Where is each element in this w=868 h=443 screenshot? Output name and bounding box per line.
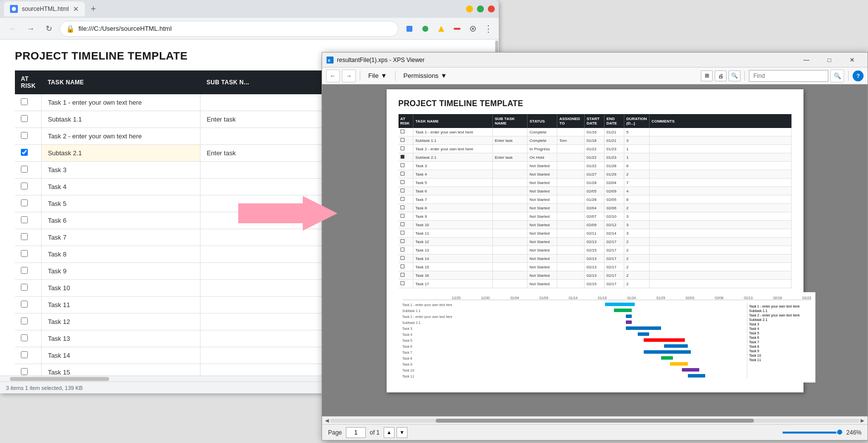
right-label: Subtask 1.1 xyxy=(749,309,809,313)
xps-start-cell: 01/18 xyxy=(585,136,604,145)
xps-status-cell: Not Started xyxy=(528,263,557,271)
xps-menubar: ← → File ▼ Permissions ▼ ⊞ 🖨 🔍 🔍 ? xyxy=(322,67,868,84)
xps-page-title: PROJECT TIMELINE TEMPLATE xyxy=(399,99,792,108)
xps-horizontal-scrollbar[interactable]: ◀ ▶ xyxy=(322,416,868,424)
xps-checkbox xyxy=(401,281,404,285)
at-risk-checkbox[interactable] xyxy=(21,267,28,274)
xps-task-name-cell: Task 10 xyxy=(413,221,493,229)
at-risk-checkbox[interactable] xyxy=(21,233,28,240)
minimize-button[interactable]: — xyxy=(466,5,473,12)
gantt-row-bar xyxy=(452,374,747,378)
at-risk-checkbox[interactable] xyxy=(21,368,28,375)
new-tab-button[interactable]: + xyxy=(91,4,96,14)
at-risk-checkbox[interactable] xyxy=(21,301,28,308)
browser-menu-button[interactable]: ⋮ xyxy=(484,23,493,34)
scroll-right-arrow[interactable]: ▶ xyxy=(860,418,866,423)
xps-status-cell: Complete xyxy=(528,128,557,136)
scrollbar-track[interactable] xyxy=(330,419,860,423)
xps-task-name-cell: Task 8 xyxy=(413,204,493,212)
back-button[interactable]: ← xyxy=(6,22,20,36)
xps-subtask-cell xyxy=(493,280,528,288)
scroll-left-arrow[interactable]: ◀ xyxy=(324,418,330,423)
xps-permissions-menu[interactable]: Permissions ▼ xyxy=(400,70,451,81)
xps-nav-forward-button[interactable]: → xyxy=(342,69,356,82)
xps-status-cell: Not Started xyxy=(528,212,557,221)
xps-status-cell: Not Started xyxy=(528,170,557,179)
xps-zoom-thumb[interactable] xyxy=(837,430,842,435)
xps-table-row: Task 15 Not Started 02/13 02/17 2 xyxy=(399,263,792,271)
xps-start-cell: 02/11 xyxy=(585,229,604,238)
file-menu-arrow: ▼ xyxy=(381,72,387,79)
xps-print-btn[interactable]: 🖨 xyxy=(715,70,727,81)
at-risk-cell xyxy=(15,263,42,280)
at-risk-checkbox[interactable] xyxy=(21,115,28,122)
xps-page-of: of 1 xyxy=(370,429,380,436)
ext-icon-5[interactable] xyxy=(466,22,480,36)
xps-minimize-button[interactable]: — xyxy=(795,53,818,67)
xps-at-risk-cell xyxy=(399,162,413,170)
xps-zoom-btn[interactable]: 🔍 xyxy=(729,70,740,81)
xps-status-cell: Complete xyxy=(528,136,557,145)
xps-checkbox xyxy=(401,222,404,226)
address-bar[interactable]: 🔒 file:///C:/Users/sourceHTML.html xyxy=(60,21,399,37)
task-name-cell: Task 3 xyxy=(42,162,200,179)
gantt-row-label: Subtask 2.1 xyxy=(402,321,452,324)
at-risk-checkbox[interactable] xyxy=(21,351,28,358)
at-risk-checkbox[interactable] xyxy=(21,98,28,105)
ext-icon-3[interactable] xyxy=(434,22,448,36)
xps-view-btn1[interactable]: ⊞ xyxy=(701,70,713,81)
xps-start-cell: 02/15 xyxy=(585,246,604,254)
gantt-row-bar xyxy=(452,309,747,313)
xps-find-button[interactable]: 🔍 xyxy=(830,69,844,82)
browser-tab[interactable]: sourceHTML.html ✕ xyxy=(4,1,85,16)
at-risk-checkbox[interactable] xyxy=(21,250,28,257)
gantt-row: Task 6 xyxy=(402,344,747,349)
at-risk-checkbox[interactable] xyxy=(21,216,28,223)
xps-subtask-cell xyxy=(493,263,528,271)
xps-at-risk-cell xyxy=(399,280,413,288)
xps-close-button[interactable]: ✕ xyxy=(841,53,864,67)
at-risk-checkbox[interactable] xyxy=(21,317,28,324)
xps-maximize-button[interactable]: □ xyxy=(818,53,841,67)
at-risk-checkbox[interactable] xyxy=(21,132,28,139)
refresh-button[interactable]: ↻ xyxy=(42,22,56,36)
xps-nav-back-button[interactable]: ← xyxy=(326,69,340,82)
gantt-row-label: Subtask 1.1 xyxy=(402,309,452,313)
menu-separator xyxy=(360,71,360,81)
right-label: Task 8 xyxy=(749,344,809,349)
xps-file-menu[interactable]: File ▼ xyxy=(364,70,391,81)
ext-icon-1[interactable] xyxy=(402,22,416,36)
xps-page-down-button[interactable]: ▼ xyxy=(397,427,407,438)
at-risk-checkbox[interactable] xyxy=(21,166,28,173)
xps-page-number-input[interactable] xyxy=(346,427,366,438)
svg-marker-3 xyxy=(438,26,444,32)
tab-close-button[interactable]: ✕ xyxy=(73,5,79,13)
xps-table-row: Task 17 Not Started 02/15 02/17 2 xyxy=(399,280,792,288)
xps-zoom-bar[interactable] xyxy=(783,432,842,434)
close-button[interactable]: ✕ xyxy=(488,5,495,12)
at-risk-checkbox[interactable] xyxy=(21,183,28,190)
xps-find-input[interactable] xyxy=(749,70,828,82)
xps-title-text: resultantFile(1).xps - XPS Viewer xyxy=(337,57,792,63)
xps-page-up-button[interactable]: ▲ xyxy=(384,427,395,438)
bottom-scrollbar-thumb xyxy=(10,377,109,381)
xps-start-cell: 01/27 xyxy=(585,170,604,179)
xps-content-area[interactable]: PROJECT TIMELINE TEMPLATE AT RISK TASK N… xyxy=(322,84,868,416)
ext-icon-2[interactable] xyxy=(418,22,432,36)
ext-icon-4[interactable] xyxy=(450,22,464,36)
at-risk-checkbox[interactable] xyxy=(21,199,28,206)
svg-marker-7 xyxy=(238,196,337,231)
xps-table-row: Task 12 Not Started 02/13 02/17 2 xyxy=(399,238,792,246)
xps-subtask-cell xyxy=(493,179,528,187)
at-risk-checkbox[interactable] xyxy=(21,149,28,156)
xps-duration-cell: 3 xyxy=(624,221,650,229)
at-risk-checkbox[interactable] xyxy=(21,334,28,341)
at-risk-checkbox[interactable] xyxy=(21,284,28,291)
forward-button[interactable]: → xyxy=(24,22,38,36)
find-sep xyxy=(848,71,849,81)
xps-help-button[interactable]: ? xyxy=(853,70,864,81)
gantt-bar xyxy=(664,344,688,348)
maximize-button[interactable]: □ xyxy=(477,5,484,12)
xps-checkbox xyxy=(401,129,404,133)
xps-end-cell: 02/17 xyxy=(604,238,624,246)
